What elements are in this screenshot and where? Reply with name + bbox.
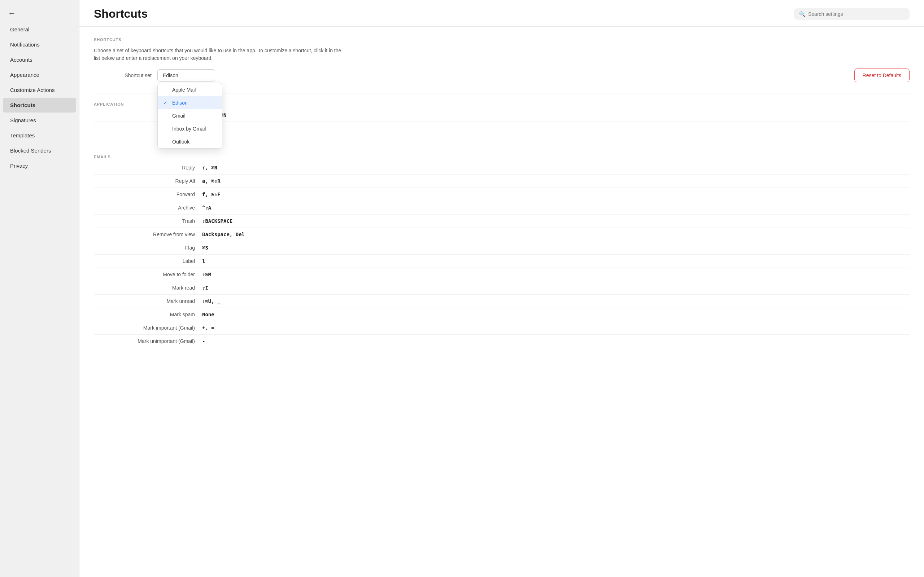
sidebar-item-general[interactable]: General bbox=[3, 22, 76, 37]
table-row[interactable]: Mark important (Gmail) +, = bbox=[94, 321, 909, 335]
emails-shortcuts-table: Reply r, ⌘R Reply All a, ⌘⇧R Forward f, … bbox=[94, 161, 909, 348]
sidebar-item-signatures[interactable]: Signatures bbox=[3, 113, 76, 128]
table-row[interactable]: Mark spam None bbox=[94, 308, 909, 321]
sidebar-item-customize-actions[interactable]: Customize Actions bbox=[3, 82, 76, 97]
table-row[interactable]: Flag ⌘S bbox=[94, 241, 909, 255]
sidebar-nav: GeneralNotificationsAccountsAppearanceCu… bbox=[0, 22, 79, 174]
dropdown-option-label: Apple Mail bbox=[172, 87, 195, 93]
search-icon: 🔍 bbox=[799, 11, 805, 17]
shortcut-set-label: Shortcut set bbox=[94, 73, 152, 78]
table-row[interactable]: Label l bbox=[94, 255, 909, 268]
dropdown-option-label: Inbox by Gmail bbox=[172, 126, 206, 132]
shortcut-name: Remove from view bbox=[94, 232, 202, 237]
dropdown-option-outlook[interactable]: Outlook bbox=[158, 135, 222, 148]
dropdown-option-gmail[interactable]: Gmail bbox=[158, 109, 222, 122]
checkmark-icon: ✓ bbox=[163, 100, 168, 105]
shortcut-name: Flag bbox=[94, 245, 202, 251]
reset-defaults-button[interactable]: Reset to Defaults bbox=[855, 69, 909, 82]
shortcut-set-row: Shortcut set Edison Apple Mail✓EdisonGma… bbox=[94, 69, 909, 82]
sidebar-item-accounts[interactable]: Accounts bbox=[3, 52, 76, 67]
emails-section-title: EMAILS bbox=[94, 155, 909, 159]
shortcut-name: Mark unimportant (Gmail) bbox=[94, 338, 202, 344]
table-row[interactable]: Mark read ⇧I bbox=[94, 281, 909, 295]
shortcuts-description: Choose a set of keyboard shortcuts that … bbox=[94, 47, 347, 62]
shortcut-name: Label bbox=[94, 258, 202, 264]
dropdown-option-edison[interactable]: ✓Edison bbox=[158, 96, 222, 109]
shortcut-name: Mark spam bbox=[94, 311, 202, 318]
shortcut-name: Forward bbox=[94, 192, 202, 197]
shortcut-keys: l bbox=[202, 258, 205, 264]
sidebar-item-notifications[interactable]: Notifications bbox=[3, 37, 76, 52]
shortcut-name: Archive bbox=[94, 205, 202, 211]
shortcut-name: Mark unread bbox=[94, 298, 202, 304]
sidebar-item-privacy[interactable]: Privacy bbox=[3, 158, 76, 173]
table-row[interactable]: Archive ^⇧A bbox=[94, 201, 909, 214]
shortcut-name: Reply All bbox=[94, 178, 202, 184]
shortcut-set-dropdown-menu: Apple Mail✓EdisonGmailInbox by GmailOutl… bbox=[157, 83, 222, 148]
dropdown-selected-label: Edison bbox=[163, 73, 178, 78]
shortcut-keys: r, ⌘R bbox=[202, 165, 217, 171]
shortcut-name: Trash bbox=[94, 218, 202, 224]
shortcut-keys: - bbox=[202, 338, 205, 344]
table-row[interactable]: Trash ⇧BACKSPACE bbox=[94, 214, 909, 228]
table-row[interactable]: Move to folder ⇧⌘M bbox=[94, 268, 909, 281]
settings-content: SHORTCUTS Choose a set of keyboard short… bbox=[79, 27, 924, 369]
sidebar-item-templates[interactable]: Templates bbox=[3, 128, 76, 143]
header: Shortcuts 🔍 bbox=[79, 0, 924, 27]
table-row[interactable]: Mark unread ⇧⌘U, _ bbox=[94, 295, 909, 308]
shortcut-keys: None bbox=[202, 311, 215, 318]
dropdown-option-apple-mail[interactable]: Apple Mail bbox=[158, 83, 222, 96]
shortcut-keys: ⇧BACKSPACE bbox=[202, 218, 233, 224]
shortcuts-header-section: SHORTCUTS Choose a set of keyboard short… bbox=[94, 37, 909, 82]
emails-section: EMAILS Reply r, ⌘R Reply All a, ⌘⇧R Forw… bbox=[94, 155, 909, 348]
shortcut-name: Mark important (Gmail) bbox=[94, 325, 202, 331]
sidebar-item-appearance[interactable]: Appearance bbox=[3, 68, 76, 82]
shortcut-keys: f, ⌘⇧F bbox=[202, 192, 221, 197]
table-row[interactable]: Reply r, ⌘R bbox=[94, 161, 909, 174]
main-content: Shortcuts 🔍 SHORTCUTS Choose a set of ke… bbox=[79, 0, 924, 577]
dropdown-option-inbox-by-gmail[interactable]: Inbox by Gmail bbox=[158, 122, 222, 135]
shortcut-keys: ^⇧A bbox=[202, 205, 211, 211]
shortcut-keys: ⇧I bbox=[202, 285, 208, 291]
sidebar-item-blocked-senders[interactable]: Blocked Senders bbox=[3, 143, 76, 158]
table-row[interactable]: Reply All a, ⌘⇧R bbox=[94, 174, 909, 188]
sidebar-item-shortcuts[interactable]: Shortcuts bbox=[3, 98, 76, 113]
shortcuts-section-title: SHORTCUTS bbox=[94, 37, 909, 42]
back-button[interactable]: ← bbox=[5, 7, 19, 19]
shortcut-keys: a, ⌘⇧R bbox=[202, 178, 221, 184]
shortcut-set-dropdown-trigger[interactable]: Edison bbox=[157, 69, 215, 82]
shortcut-keys: +, = bbox=[202, 325, 215, 331]
shortcut-keys: ⌘S bbox=[202, 245, 208, 251]
shortcut-set-dropdown-container: Edison Apple Mail✓EdisonGmailInbox by Gm… bbox=[157, 69, 215, 82]
dropdown-option-label: Gmail bbox=[172, 113, 186, 119]
shortcut-keys: ⇧⌘U, _ bbox=[202, 298, 221, 304]
page-title: Shortcuts bbox=[94, 7, 148, 21]
dropdown-option-label: Outlook bbox=[172, 139, 189, 145]
shortcut-name: Move to folder bbox=[94, 272, 202, 277]
sidebar: ← GeneralNotificationsAccountsAppearance… bbox=[0, 0, 79, 577]
shortcut-name: Reply bbox=[94, 165, 202, 171]
search-input[interactable] bbox=[808, 11, 905, 17]
table-row[interactable]: Mark unimportant (Gmail) - bbox=[94, 335, 909, 348]
shortcut-name: Mark read bbox=[94, 285, 202, 291]
search-box[interactable]: 🔍 bbox=[794, 8, 909, 20]
table-row[interactable]: Forward f, ⌘⇧F bbox=[94, 188, 909, 201]
shortcut-keys: ⇧⌘M bbox=[202, 272, 211, 277]
table-row[interactable]: Remove from view Backspace, Del bbox=[94, 228, 909, 241]
dropdown-option-label: Edison bbox=[172, 100, 188, 106]
shortcut-keys: Backspace, Del bbox=[202, 232, 245, 237]
